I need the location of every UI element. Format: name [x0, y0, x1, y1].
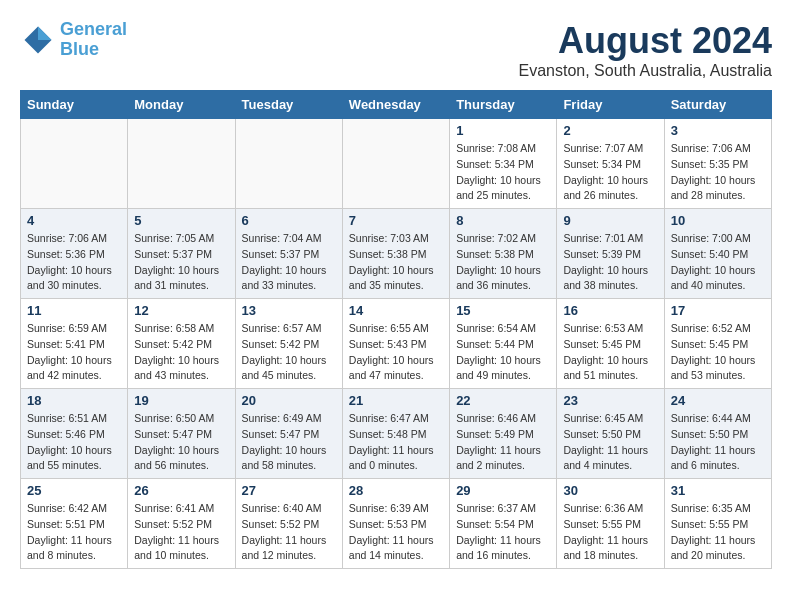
- calendar-header-row: SundayMondayTuesdayWednesdayThursdayFrid…: [21, 91, 772, 119]
- day-number: 29: [456, 483, 550, 498]
- day-info: Sunrise: 6:47 AMSunset: 5:48 PMDaylight:…: [349, 411, 443, 474]
- calendar-cell: 6Sunrise: 7:04 AMSunset: 5:37 PMDaylight…: [235, 209, 342, 299]
- day-info: Sunrise: 6:54 AMSunset: 5:44 PMDaylight:…: [456, 321, 550, 384]
- calendar-cell: 18Sunrise: 6:51 AMSunset: 5:46 PMDayligh…: [21, 389, 128, 479]
- header-monday: Monday: [128, 91, 235, 119]
- day-info: Sunrise: 7:07 AMSunset: 5:34 PMDaylight:…: [563, 141, 657, 204]
- calendar-cell: [235, 119, 342, 209]
- day-info: Sunrise: 6:50 AMSunset: 5:47 PMDaylight:…: [134, 411, 228, 474]
- day-number: 3: [671, 123, 765, 138]
- title-area: August 2024 Evanston, South Australia, A…: [519, 20, 772, 80]
- svg-marker-1: [38, 26, 52, 40]
- calendar-cell: 3Sunrise: 7:06 AMSunset: 5:35 PMDaylight…: [664, 119, 771, 209]
- calendar-table: SundayMondayTuesdayWednesdayThursdayFrid…: [20, 90, 772, 569]
- day-number: 4: [27, 213, 121, 228]
- header-wednesday: Wednesday: [342, 91, 449, 119]
- calendar-cell: 31Sunrise: 6:35 AMSunset: 5:55 PMDayligh…: [664, 479, 771, 569]
- calendar-cell: 4Sunrise: 7:06 AMSunset: 5:36 PMDaylight…: [21, 209, 128, 299]
- day-number: 31: [671, 483, 765, 498]
- header-tuesday: Tuesday: [235, 91, 342, 119]
- calendar-cell: 2Sunrise: 7:07 AMSunset: 5:34 PMDaylight…: [557, 119, 664, 209]
- day-number: 10: [671, 213, 765, 228]
- calendar-week-2: 4Sunrise: 7:06 AMSunset: 5:36 PMDaylight…: [21, 209, 772, 299]
- day-number: 23: [563, 393, 657, 408]
- day-number: 24: [671, 393, 765, 408]
- page-header: General Blue August 2024 Evanston, South…: [20, 20, 772, 80]
- day-info: Sunrise: 6:57 AMSunset: 5:42 PMDaylight:…: [242, 321, 336, 384]
- calendar-cell: 25Sunrise: 6:42 AMSunset: 5:51 PMDayligh…: [21, 479, 128, 569]
- day-info: Sunrise: 6:58 AMSunset: 5:42 PMDaylight:…: [134, 321, 228, 384]
- day-number: 19: [134, 393, 228, 408]
- day-info: Sunrise: 6:35 AMSunset: 5:55 PMDaylight:…: [671, 501, 765, 564]
- day-number: 12: [134, 303, 228, 318]
- calendar-cell: 5Sunrise: 7:05 AMSunset: 5:37 PMDaylight…: [128, 209, 235, 299]
- day-number: 18: [27, 393, 121, 408]
- calendar-week-1: 1Sunrise: 7:08 AMSunset: 5:34 PMDaylight…: [21, 119, 772, 209]
- calendar-cell: [128, 119, 235, 209]
- calendar-cell: 13Sunrise: 6:57 AMSunset: 5:42 PMDayligh…: [235, 299, 342, 389]
- day-info: Sunrise: 6:59 AMSunset: 5:41 PMDaylight:…: [27, 321, 121, 384]
- day-info: Sunrise: 7:04 AMSunset: 5:37 PMDaylight:…: [242, 231, 336, 294]
- day-number: 5: [134, 213, 228, 228]
- calendar-cell: 29Sunrise: 6:37 AMSunset: 5:54 PMDayligh…: [450, 479, 557, 569]
- calendar-cell: 12Sunrise: 6:58 AMSunset: 5:42 PMDayligh…: [128, 299, 235, 389]
- calendar-week-5: 25Sunrise: 6:42 AMSunset: 5:51 PMDayligh…: [21, 479, 772, 569]
- calendar-cell: 8Sunrise: 7:02 AMSunset: 5:38 PMDaylight…: [450, 209, 557, 299]
- day-info: Sunrise: 7:05 AMSunset: 5:37 PMDaylight:…: [134, 231, 228, 294]
- calendar-cell: 26Sunrise: 6:41 AMSunset: 5:52 PMDayligh…: [128, 479, 235, 569]
- calendar-cell: 20Sunrise: 6:49 AMSunset: 5:47 PMDayligh…: [235, 389, 342, 479]
- day-number: 22: [456, 393, 550, 408]
- day-number: 17: [671, 303, 765, 318]
- logo-icon: [20, 22, 56, 58]
- calendar-cell: 22Sunrise: 6:46 AMSunset: 5:49 PMDayligh…: [450, 389, 557, 479]
- calendar-cell: 1Sunrise: 7:08 AMSunset: 5:34 PMDaylight…: [450, 119, 557, 209]
- day-info: Sunrise: 7:02 AMSunset: 5:38 PMDaylight:…: [456, 231, 550, 294]
- day-info: Sunrise: 6:53 AMSunset: 5:45 PMDaylight:…: [563, 321, 657, 384]
- day-number: 30: [563, 483, 657, 498]
- day-number: 7: [349, 213, 443, 228]
- calendar-cell: 15Sunrise: 6:54 AMSunset: 5:44 PMDayligh…: [450, 299, 557, 389]
- day-info: Sunrise: 6:42 AMSunset: 5:51 PMDaylight:…: [27, 501, 121, 564]
- header-sunday: Sunday: [21, 91, 128, 119]
- calendar-week-4: 18Sunrise: 6:51 AMSunset: 5:46 PMDayligh…: [21, 389, 772, 479]
- day-number: 2: [563, 123, 657, 138]
- day-number: 11: [27, 303, 121, 318]
- day-info: Sunrise: 6:55 AMSunset: 5:43 PMDaylight:…: [349, 321, 443, 384]
- day-info: Sunrise: 6:45 AMSunset: 5:50 PMDaylight:…: [563, 411, 657, 474]
- day-info: Sunrise: 6:46 AMSunset: 5:49 PMDaylight:…: [456, 411, 550, 474]
- day-info: Sunrise: 7:00 AMSunset: 5:40 PMDaylight:…: [671, 231, 765, 294]
- calendar-cell: 10Sunrise: 7:00 AMSunset: 5:40 PMDayligh…: [664, 209, 771, 299]
- calendar-cell: 24Sunrise: 6:44 AMSunset: 5:50 PMDayligh…: [664, 389, 771, 479]
- day-number: 27: [242, 483, 336, 498]
- calendar-cell: 27Sunrise: 6:40 AMSunset: 5:52 PMDayligh…: [235, 479, 342, 569]
- day-number: 20: [242, 393, 336, 408]
- day-number: 21: [349, 393, 443, 408]
- day-number: 6: [242, 213, 336, 228]
- day-info: Sunrise: 7:01 AMSunset: 5:39 PMDaylight:…: [563, 231, 657, 294]
- calendar-cell: 19Sunrise: 6:50 AMSunset: 5:47 PMDayligh…: [128, 389, 235, 479]
- day-number: 8: [456, 213, 550, 228]
- logo: General Blue: [20, 20, 127, 60]
- day-number: 14: [349, 303, 443, 318]
- header-saturday: Saturday: [664, 91, 771, 119]
- calendar-week-3: 11Sunrise: 6:59 AMSunset: 5:41 PMDayligh…: [21, 299, 772, 389]
- day-info: Sunrise: 7:08 AMSunset: 5:34 PMDaylight:…: [456, 141, 550, 204]
- day-info: Sunrise: 6:39 AMSunset: 5:53 PMDaylight:…: [349, 501, 443, 564]
- calendar-cell: [342, 119, 449, 209]
- calendar-cell: 7Sunrise: 7:03 AMSunset: 5:38 PMDaylight…: [342, 209, 449, 299]
- day-info: Sunrise: 6:52 AMSunset: 5:45 PMDaylight:…: [671, 321, 765, 384]
- calendar-cell: 17Sunrise: 6:52 AMSunset: 5:45 PMDayligh…: [664, 299, 771, 389]
- calendar-cell: 21Sunrise: 6:47 AMSunset: 5:48 PMDayligh…: [342, 389, 449, 479]
- day-number: 25: [27, 483, 121, 498]
- header-thursday: Thursday: [450, 91, 557, 119]
- logo-text: General Blue: [60, 20, 127, 60]
- day-info: Sunrise: 7:06 AMSunset: 5:36 PMDaylight:…: [27, 231, 121, 294]
- month-title: August 2024: [519, 20, 772, 62]
- day-number: 16: [563, 303, 657, 318]
- day-info: Sunrise: 6:41 AMSunset: 5:52 PMDaylight:…: [134, 501, 228, 564]
- day-info: Sunrise: 6:51 AMSunset: 5:46 PMDaylight:…: [27, 411, 121, 474]
- calendar-cell: [21, 119, 128, 209]
- day-number: 15: [456, 303, 550, 318]
- header-friday: Friday: [557, 91, 664, 119]
- day-number: 28: [349, 483, 443, 498]
